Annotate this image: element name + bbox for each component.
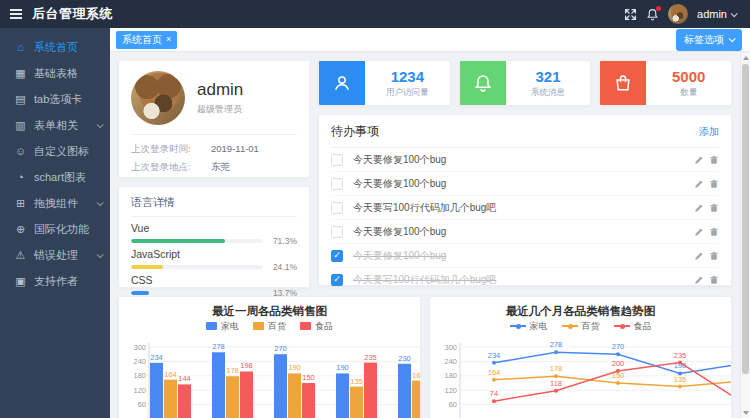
edit-icon[interactable] (694, 155, 704, 165)
chart-title: 最近一周各品类销售图 (125, 303, 414, 319)
form-icon: ▥ (14, 119, 27, 132)
todo-checkbox[interactable] (331, 178, 343, 190)
profile-info-row: 上次登录地点:东莞 (131, 161, 297, 174)
svg-text:198: 198 (240, 361, 253, 370)
profile-name: admin (197, 80, 243, 100)
svg-text:180: 180 (444, 371, 457, 380)
stat-card[interactable]: 5000 数量 (599, 60, 732, 106)
chart-canvas: 6012018024030023427827019023016417819013… (125, 333, 421, 418)
svg-text:120: 120 (444, 386, 457, 395)
language-row: Vue 71.3% (131, 222, 297, 246)
todo-item: 今天要修复100个bug (331, 220, 719, 244)
bell-icon (460, 60, 506, 106)
fullscreen-icon[interactable] (624, 8, 637, 21)
sidebar-item-warning[interactable]: ⚠ 错误处理 (0, 242, 110, 268)
top-header: 后台管理系统 admin (0, 0, 750, 28)
sidebar-item-globe[interactable]: ⊕ 国际化功能 (0, 216, 110, 242)
progress-bar (131, 265, 263, 269)
todo-item: 今天要修复100个bug (331, 172, 719, 196)
sidebar-item-drag[interactable]: ⊞ 拖拽组件 (0, 190, 110, 216)
svg-text:235: 235 (674, 351, 687, 360)
todo-item: 今天要修复100个bug (331, 148, 719, 172)
svg-text:178: 178 (550, 364, 563, 373)
languages-card: 语言详情 Vue 71.3% JavaScript 24.1% CSS 13.7… (118, 186, 310, 288)
svg-text:300: 300 (444, 343, 457, 352)
globe-icon: ⊕ (14, 223, 27, 236)
todo-checkbox[interactable] (331, 154, 343, 166)
chart-title: 最近几个月各品类销售趋势图 (436, 303, 725, 319)
stat-card[interactable]: 321 系统消息 (459, 60, 592, 106)
app-title: 后台管理系统 (32, 5, 113, 23)
chevron-down-icon (731, 10, 738, 17)
vertical-scrollbar[interactable] (740, 53, 750, 418)
chevron-down-icon (97, 251, 104, 258)
delete-icon[interactable] (709, 227, 719, 237)
svg-text:270: 270 (274, 344, 287, 353)
bag-icon (600, 60, 646, 106)
legend-item: 食品 (614, 320, 652, 333)
todo-checkbox[interactable] (331, 226, 343, 238)
todo-checkbox[interactable] (331, 274, 343, 286)
delete-icon[interactable] (709, 155, 719, 165)
sidebar-item-smiley[interactable]: ☺ 自定义图标 (0, 138, 110, 164)
tab-home[interactable]: 系统首页 × (116, 31, 177, 49)
sidebar-item-form[interactable]: ▥ 表单相关 (0, 112, 110, 138)
close-icon[interactable]: × (166, 35, 171, 44)
todo-checkbox[interactable] (331, 202, 343, 214)
svg-text:270: 270 (612, 342, 625, 351)
svg-text:278: 278 (550, 340, 563, 349)
tag-options-button[interactable]: 标签选项 (676, 29, 742, 51)
delete-icon[interactable] (709, 275, 719, 285)
chevron-down-icon (729, 35, 736, 42)
progress-bar (131, 291, 263, 295)
user-menu[interactable]: admin (697, 8, 736, 20)
legend-item: 家电 (510, 320, 548, 333)
scroll-down-arrow[interactable] (741, 408, 750, 418)
sidebar-item-tabs[interactable]: ▤ tab选项卡 (0, 86, 110, 112)
language-row: CSS 13.7% (131, 274, 297, 298)
delete-icon[interactable] (709, 179, 719, 189)
svg-text:278: 278 (212, 342, 225, 351)
profile-card: admin 超级管理员 上次登录时间:2019-11-01 上次登录地点:东莞 (118, 60, 310, 178)
scrollbar-thumb[interactable] (742, 64, 749, 374)
add-todo-button[interactable]: 添加 (699, 125, 719, 139)
svg-text:118: 118 (550, 379, 562, 388)
svg-text:164: 164 (164, 370, 177, 379)
profile-role: 超级管理员 (197, 103, 243, 116)
sidebar-item-table[interactable]: ▦ 基础表格 (0, 60, 110, 86)
svg-text:150: 150 (302, 373, 315, 382)
edit-icon[interactable] (694, 275, 704, 285)
tag-bar: 系统首页 × 标签选项 (110, 28, 750, 52)
languages-title: 语言详情 (131, 195, 297, 210)
notifications-bell-icon[interactable] (646, 8, 659, 21)
svg-text:160: 160 (412, 371, 421, 380)
stat-card[interactable]: 1234 用户访问量 (318, 60, 451, 106)
edit-icon[interactable] (694, 179, 704, 189)
delete-icon[interactable] (709, 203, 719, 213)
sidebar-item-support[interactable]: ▣ 支持作者 (0, 268, 110, 294)
todos-card: 待办事项 添加 今天要修复100个bug 今天要修复100个bug (318, 114, 732, 286)
todo-item: 今天要写100行代码加几个bug吧 (331, 196, 719, 220)
edit-icon[interactable] (694, 227, 704, 237)
legend-item: 百货 (253, 320, 286, 333)
svg-text:234: 234 (150, 353, 163, 362)
edit-icon[interactable] (694, 203, 704, 213)
scroll-up-arrow[interactable] (741, 53, 750, 63)
svg-text:234: 234 (488, 351, 501, 360)
todo-checkbox[interactable] (331, 250, 343, 262)
legend-item: 食品 (300, 320, 333, 333)
delete-icon[interactable] (709, 251, 719, 261)
sidebar-item-chart[interactable]: ◔ schart图表 (0, 164, 110, 190)
edit-icon[interactable] (694, 251, 704, 261)
profile-avatar (131, 71, 185, 125)
table-icon: ▦ (14, 67, 27, 80)
support-icon: ▣ (14, 275, 27, 288)
sidebar-item-home[interactable]: ⌂ 系统首页 (0, 34, 110, 60)
svg-text:135: 135 (674, 375, 687, 384)
svg-text:135: 135 (350, 377, 363, 386)
chevron-down-icon (97, 121, 104, 128)
line-chart-card: 最近几个月各品类销售趋势图 家电百货食品 601201802403001月2月3… (429, 296, 732, 418)
user-avatar[interactable] (668, 4, 688, 24)
dashboard-content: admin 超级管理员 上次登录时间:2019-11-01 上次登录地点:东莞 … (110, 52, 750, 418)
menu-toggle-icon[interactable] (10, 9, 22, 19)
